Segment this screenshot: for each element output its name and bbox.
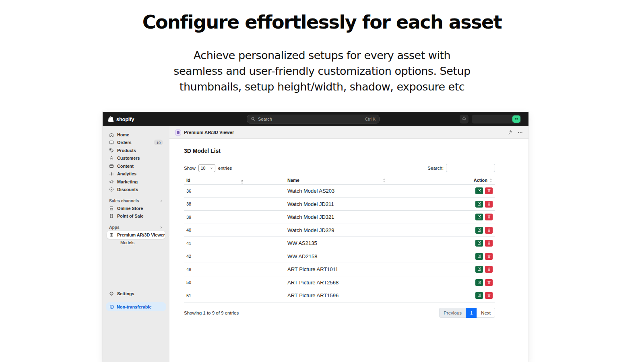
page-previous-button[interactable]: Previous <box>439 308 466 318</box>
table-header-row: Id Name Action <box>184 176 495 185</box>
edit-button[interactable] <box>475 266 483 273</box>
notifications-button[interactable] <box>460 115 469 123</box>
sidebar-item-models[interactable]: Models <box>107 239 165 247</box>
column-header-name[interactable]: Name <box>285 178 388 183</box>
app-cube-icon <box>109 232 114 237</box>
page-next-button[interactable]: Next <box>477 308 495 318</box>
entries-summary: Showing 1 to 9 of 9 entries <box>184 311 239 315</box>
chevron-down-icon <box>210 167 213 170</box>
chevron-right-icon <box>159 199 163 203</box>
hero-subtitle-line: seamless and user-friendly customization… <box>0 63 644 79</box>
sidebar-item-analytics[interactable]: Analytics <box>107 170 165 178</box>
main-column: Premium AR/3D Viewer 3D Model List Show … <box>169 126 528 362</box>
gear-icon <box>109 291 114 296</box>
show-label: Show <box>184 166 196 171</box>
sidebar-item-content[interactable]: Content <box>107 162 165 170</box>
sidebar: Home Orders 10 Products Customers Conten… <box>103 126 169 362</box>
edit-button[interactable] <box>475 292 483 299</box>
sort-icon[interactable] <box>382 178 386 183</box>
sidebar-item-discounts[interactable]: Discounts <box>107 186 165 194</box>
edit-button[interactable] <box>475 187 483 194</box>
sidebar-item-home[interactable]: Home <box>107 131 165 139</box>
search-shortcut-hint: Ctrl K <box>365 117 376 121</box>
row-name-cell: ART Picture ART1011 <box>285 266 388 272</box>
page-1-button[interactable]: 1 <box>466 308 477 318</box>
table-footer: Showing 1 to 9 of 9 entries Previous1Nex… <box>184 308 495 318</box>
notice-label: Non-transferable <box>117 304 151 309</box>
trash-icon <box>487 280 491 286</box>
shopify-logo[interactable]: shopify <box>108 112 134 126</box>
sidebar-section-apps[interactable]: Apps <box>107 225 165 230</box>
topbar: shopify Search Ctrl K PS <box>103 112 528 126</box>
column-header-id[interactable]: Id <box>184 178 285 183</box>
customers-icon <box>109 156 114 160</box>
hero-subtitle: Achieve personalized setups for every as… <box>0 47 644 95</box>
sidebar-item-products[interactable]: Products <box>107 146 165 154</box>
trash-icon <box>487 240 491 246</box>
search-label: Search: <box>427 166 444 171</box>
trash-icon <box>487 266 491 272</box>
edit-button[interactable] <box>475 214 483 220</box>
card-title: 3D Model List <box>184 148 221 154</box>
row-id-cell: 41 <box>184 241 285 246</box>
count-badge: 10 <box>154 140 163 145</box>
edit-icon <box>477 266 481 272</box>
info-icon <box>109 304 114 309</box>
delete-button[interactable] <box>485 187 493 194</box>
edit-button[interactable] <box>475 279 483 286</box>
edit-button[interactable] <box>475 227 483 234</box>
sidebar-item-label: Point of Sale <box>117 214 143 218</box>
sidebar-apps-nav: Premium AR/3D Viewer Models <box>107 231 165 247</box>
store-menu-button[interactable]: PS <box>472 115 521 123</box>
marketing-icon <box>109 179 114 184</box>
table-row: 50 ART Picture ART2568 <box>184 276 495 290</box>
sidebar-item-orders[interactable]: Orders 10 <box>107 139 165 147</box>
sidebar-item-label: Marketing <box>117 179 138 184</box>
global-search-bar[interactable]: Search Ctrl K <box>247 115 380 123</box>
delete-button[interactable] <box>485 266 493 273</box>
entries-per-page-select[interactable]: 10 <box>198 164 215 172</box>
delete-button[interactable] <box>485 227 493 234</box>
table-search-group: Search: <box>427 164 495 172</box>
table-row: 40 Watch Model JD329 <box>184 224 495 237</box>
sidebar-item-customers[interactable]: Customers <box>107 154 165 162</box>
avatar: PS <box>512 115 520 123</box>
delete-button[interactable] <box>485 240 493 247</box>
sidebar-item-online-store[interactable]: Online Store <box>107 204 165 212</box>
chevron-right-icon <box>159 226 163 229</box>
edit-icon <box>477 240 481 246</box>
edit-icon <box>477 227 481 233</box>
sort-asc-icon[interactable] <box>240 179 244 185</box>
row-name-cell: ART Picture ART1596 <box>285 292 388 298</box>
edit-button[interactable] <box>475 240 483 247</box>
sidebar-item-premium-ar-3d-viewer[interactable]: Premium AR/3D Viewer <box>107 231 165 239</box>
sort-icon[interactable] <box>489 178 493 183</box>
edit-button[interactable] <box>475 201 483 208</box>
row-id-cell: 38 <box>184 202 285 206</box>
row-id-cell: 42 <box>184 254 285 259</box>
delete-button[interactable] <box>485 214 493 220</box>
content-card: 3D Model List Show 10 entries Search: <box>169 139 528 362</box>
edit-icon <box>477 253 481 259</box>
delete-button[interactable] <box>485 279 493 286</box>
more-options-icon[interactable] <box>518 130 523 135</box>
delete-button[interactable] <box>485 201 493 208</box>
pin-icon[interactable] <box>508 130 513 135</box>
column-header-action[interactable]: Action <box>388 178 495 183</box>
content-icon <box>109 164 114 169</box>
sidebar-sales-nav: Online Store Point of Sale <box>107 204 165 220</box>
admin-body: Home Orders 10 Products Customers Conten… <box>103 126 528 362</box>
delete-button[interactable] <box>485 292 493 299</box>
sidebar-item-point-of-sale[interactable]: Point of Sale <box>107 212 165 220</box>
home-icon <box>109 132 114 137</box>
sidebar-section-sales-channels[interactable]: Sales channels <box>107 199 165 203</box>
trash-icon <box>487 214 491 220</box>
table-search-input[interactable] <box>446 164 495 172</box>
table-row: 41 WW AS2135 <box>184 237 495 250</box>
pagination: Previous1Next <box>439 308 495 318</box>
sidebar-item-marketing[interactable]: Marketing <box>107 178 165 186</box>
edit-button[interactable] <box>475 253 483 260</box>
sidebar-item-settings[interactable]: Settings <box>107 290 165 298</box>
delete-button[interactable] <box>485 253 493 260</box>
section-label: Sales channels <box>109 199 139 203</box>
